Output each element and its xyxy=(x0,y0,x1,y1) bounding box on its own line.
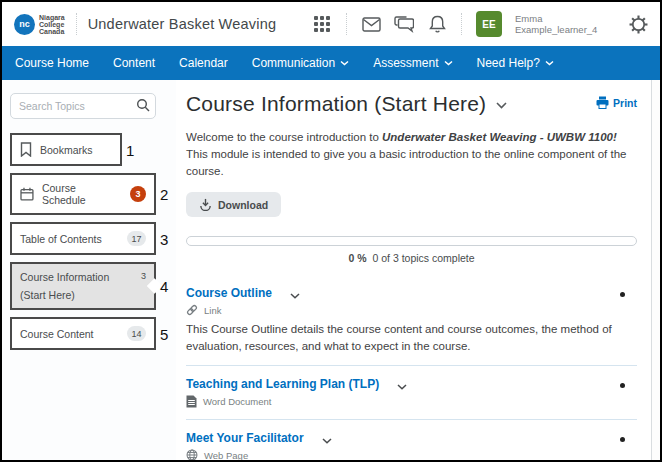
nav-label: Calendar xyxy=(179,56,228,70)
topic-description: This Course Outline details the course c… xyxy=(186,321,613,354)
chevron-down-icon xyxy=(545,60,554,66)
minibar-divider xyxy=(346,13,347,35)
org-name-line: Niagara xyxy=(39,14,65,21)
web-page-globe-icon xyxy=(186,449,198,461)
topic-divider xyxy=(186,419,637,420)
topic-link-meet-facilitator[interactable]: Meet Your Facilitator xyxy=(186,431,304,445)
chat-icon[interactable] xyxy=(394,14,414,34)
org-name-line: Canada xyxy=(39,28,65,35)
org-logo[interactable]: nc Niagara College Canada xyxy=(14,14,65,35)
download-label: Download xyxy=(218,199,268,211)
topic-title-row: Meet Your Facilitator xyxy=(186,431,613,445)
search-icon[interactable] xyxy=(136,98,150,112)
sidebar-item-course-schedule[interactable]: Course Schedule 3 2 xyxy=(10,173,156,215)
nav-course-home[interactable]: Course Home xyxy=(15,56,89,70)
page-body: Bookmarks 1 Course Schedule 3 2 Table of… xyxy=(2,80,660,460)
annotation-number-4: 4 xyxy=(160,278,168,295)
nav-calendar[interactable]: Calendar xyxy=(179,56,228,70)
app-window: nc Niagara College Canada Underwater Bas… xyxy=(0,0,662,462)
course-navbar: Course Home Content Calendar Communicati… xyxy=(2,46,660,80)
topic-actions-chevron-icon[interactable] xyxy=(290,293,300,299)
download-button[interactable]: Download xyxy=(186,192,281,217)
count-badge: 3 xyxy=(141,271,146,281)
title-actions-chevron-icon[interactable] xyxy=(496,102,507,109)
annotation-number-2: 2 xyxy=(160,186,168,203)
chevron-down-icon xyxy=(444,60,453,66)
user-name[interactable]: Emma Example_learner_4 xyxy=(515,13,615,35)
completion-dot-icon xyxy=(620,292,625,297)
sidebar-item-label: Course Schedule xyxy=(42,182,122,206)
annotation-number-5: 5 xyxy=(160,325,168,342)
user-avatar[interactable]: EE xyxy=(476,11,502,37)
sidebar-item-label: Course Content xyxy=(20,328,94,340)
bookmark-icon xyxy=(20,142,32,157)
topic-actions-chevron-icon[interactable] xyxy=(397,384,407,390)
nav-content[interactable]: Content xyxy=(113,56,155,70)
topic-type-label: Web Page xyxy=(204,450,248,461)
calendar-icon xyxy=(20,187,34,201)
annotation-number-1: 1 xyxy=(126,141,134,158)
topic-divider xyxy=(186,365,637,366)
sidebar-item-table-of-contents[interactable]: Table of Contents 17 3 xyxy=(10,222,156,255)
welcome-line2: This module is intended to give you a ba… xyxy=(186,148,626,177)
sidebar-item-label: Bookmarks xyxy=(40,144,93,156)
org-name-line: College xyxy=(39,21,65,28)
printer-icon xyxy=(596,96,609,109)
count-badge: 17 xyxy=(127,231,146,246)
sidebar-item-label-line: Course Information xyxy=(20,271,109,283)
page-title: Course Information (Start Here) xyxy=(186,92,486,116)
minibar-actions: EE Emma Example_learner_4 xyxy=(312,11,648,37)
topic-type-row: Link xyxy=(186,304,613,316)
page-title-row: Course Information (Start Here) Print xyxy=(186,92,637,116)
annotation-number-3: 3 xyxy=(160,230,168,247)
nav-need-help[interactable]: Need Help? xyxy=(477,56,554,70)
module-progress-bar xyxy=(186,236,637,246)
sidebar-item-bookmarks[interactable]: Bookmarks 1 xyxy=(10,133,122,166)
search-topics xyxy=(10,93,156,119)
progress-detail: 0 of 3 topics complete xyxy=(372,252,474,264)
search-input[interactable] xyxy=(10,93,156,119)
waffle-apps-icon[interactable] xyxy=(312,14,332,34)
progress-percent: 0 % xyxy=(348,252,366,264)
topic-type-label: Word Document xyxy=(203,396,271,407)
topic-teaching-learning-plan: Teaching and Learning Plan (TLP) Word Do… xyxy=(186,369,637,416)
topic-course-outline: Course Outline Link xyxy=(186,278,637,362)
content-sidebar: Bookmarks 1 Course Schedule 3 2 Table of… xyxy=(2,80,176,460)
topic-title-row: Course Outline xyxy=(186,286,613,300)
topic-type-row: Web Page xyxy=(186,449,613,461)
count-badge: 14 xyxy=(127,326,146,341)
course-title[interactable]: Underwater Basket Weaving xyxy=(88,16,277,32)
sidebar-item-course-information[interactable]: Course Information (Start Here) 3 4 xyxy=(10,262,156,310)
email-icon[interactable] xyxy=(361,14,381,34)
minibar: nc Niagara College Canada Underwater Bas… xyxy=(2,2,660,46)
nav-communication[interactable]: Communication xyxy=(252,56,349,70)
print-button[interactable]: Print xyxy=(596,96,637,109)
scrollbar-track[interactable] xyxy=(651,80,660,460)
topic-link-course-outline[interactable]: Course Outline xyxy=(186,286,272,300)
nav-label: Assessment xyxy=(373,56,438,70)
nav-label: Communication xyxy=(252,56,335,70)
topic-list: Course Outline Link xyxy=(186,278,637,462)
topic-link-tlp[interactable]: Teaching and Learning Plan (TLP) xyxy=(186,377,379,391)
minibar-divider xyxy=(461,13,462,35)
chevron-down-icon xyxy=(340,60,349,66)
topic-type-row: Word Document xyxy=(186,395,613,408)
sidebar-item-label: Course Information (Start Here) xyxy=(20,271,109,301)
topic-title-row: Teaching and Learning Plan (TLP) xyxy=(186,377,613,391)
word-document-icon xyxy=(186,395,197,408)
completion-dot-icon xyxy=(620,383,625,388)
gear-settings-icon[interactable] xyxy=(628,14,648,34)
nav-label: Course Home xyxy=(15,56,89,70)
nav-label: Need Help? xyxy=(477,56,540,70)
nav-assessment[interactable]: Assessment xyxy=(373,56,452,70)
topic-type-label: Link xyxy=(204,305,221,316)
sidebar-item-course-content[interactable]: Course Content 14 5 xyxy=(10,317,156,350)
alert-badge: 3 xyxy=(130,186,146,202)
notification-bell-icon[interactable] xyxy=(427,14,447,34)
module-progress-text: 0 %0 of 3 topics complete xyxy=(186,252,637,264)
minibar-divider xyxy=(76,13,77,35)
nc-logo-icon: nc xyxy=(14,14,35,35)
org-name: Niagara College Canada xyxy=(39,14,65,35)
main-content: Course Information (Start Here) Print We… xyxy=(176,80,651,460)
topic-actions-chevron-icon[interactable] xyxy=(322,438,332,444)
